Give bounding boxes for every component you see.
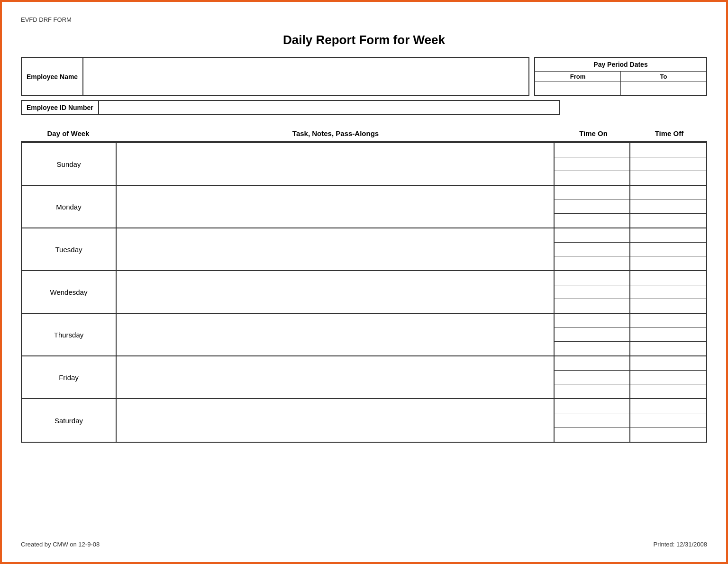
time-on-cell-thursday	[555, 314, 630, 355]
time-on-cell-tuesday	[555, 228, 630, 270]
tasks-cell-friday[interactable]	[117, 356, 555, 398]
employee-id-label: Employee ID Number	[22, 101, 99, 114]
pay-period-title: Pay Period Dates	[535, 58, 706, 72]
day-name-tuesday: Tuesday	[22, 228, 117, 270]
time-on-subrow-tuesday-2[interactable]	[555, 256, 629, 270]
time-off-subrow-tuesday-2[interactable]	[630, 256, 706, 270]
page-title: Daily Report Form for Week	[21, 33, 707, 47]
day-name-sunday: Sunday	[22, 143, 117, 185]
time-on-subrow-friday-2[interactable]	[555, 384, 629, 398]
time-on-subrow-friday-1[interactable]	[555, 371, 629, 385]
time-on-cell-friday	[555, 356, 630, 398]
pay-period-to-label: To	[621, 72, 706, 82]
time-off-subrow-saturday-2[interactable]	[630, 428, 706, 442]
time-on-subrow-sunday-0[interactable]	[555, 143, 629, 157]
day-row-thursday: Thursday	[22, 314, 706, 356]
time-off-subrow-thursday-0[interactable]	[630, 314, 706, 328]
time-on-subrow-monday-0[interactable]	[555, 186, 629, 200]
day-name-wendesday: Wendesday	[22, 271, 117, 313]
footer-created: Created by CMW on 12-9-08	[21, 541, 100, 548]
time-on-cell-saturday	[555, 399, 630, 442]
time-on-subrow-wendesday-1[interactable]	[555, 285, 629, 300]
time-off-cell-saturday	[630, 399, 706, 442]
time-off-subrow-tuesday-0[interactable]	[630, 228, 706, 243]
time-off-subrow-thursday-2[interactable]	[630, 342, 706, 355]
time-off-subrow-monday-1[interactable]	[630, 200, 706, 214]
time-off-subrow-thursday-1[interactable]	[630, 328, 706, 342]
time-off-subrow-friday-1[interactable]	[630, 371, 706, 385]
employee-id-field: Employee ID Number	[21, 100, 560, 115]
day-name-monday: Monday	[22, 186, 117, 227]
time-on-subrow-tuesday-1[interactable]	[555, 243, 629, 257]
tasks-cell-saturday[interactable]	[117, 399, 555, 442]
col-header-tasks: Task, Notes, Pass-Alongs	[116, 129, 555, 137]
header-fields-row: Employee Name Pay Period Dates From To	[21, 57, 707, 96]
employee-name-label: Employee Name	[22, 58, 83, 95]
time-off-subrow-saturday-1[interactable]	[630, 413, 706, 428]
time-off-subrow-tuesday-1[interactable]	[630, 243, 706, 257]
time-on-cell-sunday	[555, 143, 630, 185]
time-off-subrow-saturday-0[interactable]	[630, 399, 706, 413]
tasks-cell-sunday[interactable]	[117, 143, 555, 185]
time-on-subrow-thursday-0[interactable]	[555, 314, 629, 328]
pay-period-from-col: From	[535, 72, 621, 95]
time-off-cell-monday	[630, 186, 706, 227]
day-row-sunday: Sunday	[22, 143, 706, 186]
day-row-wendesday: Wendesday	[22, 271, 706, 314]
day-row-friday: Friday	[22, 356, 706, 399]
time-on-cell-wendesday	[555, 271, 630, 313]
pay-period-from-input[interactable]	[535, 82, 620, 95]
time-off-subrow-sunday-1[interactable]	[630, 157, 706, 172]
day-rows-container: SundayMondayTuesdayWendesdayThursdayFrid…	[21, 142, 707, 443]
employee-name-input[interactable]	[83, 58, 528, 95]
time-on-cell-monday	[555, 186, 630, 227]
tasks-cell-tuesday[interactable]	[117, 228, 555, 270]
time-off-subrow-wendesday-1[interactable]	[630, 285, 706, 300]
day-row-saturday: Saturday	[22, 399, 706, 442]
employee-name-row: Employee Name	[21, 57, 529, 96]
time-on-subrow-friday-0[interactable]	[555, 356, 629, 371]
time-off-cell-thursday	[630, 314, 706, 355]
table-headers: Day of Week Task, Notes, Pass-Alongs Tim…	[21, 129, 707, 142]
time-on-subrow-wendesday-0[interactable]	[555, 271, 629, 285]
col-header-time-off: Time Off	[631, 129, 707, 137]
time-off-subrow-monday-0[interactable]	[630, 186, 706, 200]
time-off-subrow-friday-0[interactable]	[630, 356, 706, 371]
page-wrapper: EVFD DRF FORM Daily Report Form for Week…	[0, 0, 728, 564]
time-off-subrow-sunday-2[interactable]	[630, 171, 706, 185]
time-on-subrow-sunday-2[interactable]	[555, 171, 629, 185]
time-on-subrow-sunday-1[interactable]	[555, 157, 629, 172]
time-on-subrow-thursday-1[interactable]	[555, 328, 629, 342]
employee-id-input[interactable]	[99, 101, 559, 114]
time-off-cell-friday	[630, 356, 706, 398]
time-on-subrow-thursday-2[interactable]	[555, 342, 629, 355]
tasks-cell-monday[interactable]	[117, 186, 555, 227]
time-off-subrow-wendesday-2[interactable]	[630, 299, 706, 313]
time-on-subrow-saturday-2[interactable]	[555, 428, 629, 442]
day-name-friday: Friday	[22, 356, 117, 398]
day-row-monday: Monday	[22, 186, 706, 228]
time-off-cell-tuesday	[630, 228, 706, 270]
day-name-saturday: Saturday	[22, 399, 117, 442]
pay-period-section: Pay Period Dates From To	[534, 57, 707, 96]
time-on-subrow-wendesday-2[interactable]	[555, 299, 629, 313]
time-on-subrow-saturday-1[interactable]	[555, 413, 629, 428]
tasks-cell-thursday[interactable]	[117, 314, 555, 355]
tasks-cell-wendesday[interactable]	[117, 271, 555, 313]
time-off-subrow-friday-2[interactable]	[630, 384, 706, 398]
time-off-subrow-sunday-0[interactable]	[630, 143, 706, 157]
pay-period-from-label: From	[535, 72, 620, 82]
pay-period-to-col: To	[621, 72, 706, 95]
pay-period-placeholder-spacer	[565, 100, 707, 115]
day-name-thursday: Thursday	[22, 314, 117, 355]
time-off-subrow-monday-2[interactable]	[630, 214, 706, 227]
col-header-day: Day of Week	[21, 129, 116, 137]
time-on-subrow-monday-1[interactable]	[555, 200, 629, 214]
time-on-subrow-monday-2[interactable]	[555, 214, 629, 227]
footer-printed: Printed: 12/31/2008	[654, 541, 707, 548]
pay-period-to-input[interactable]	[621, 82, 706, 95]
time-on-subrow-saturday-0[interactable]	[555, 399, 629, 413]
time-off-cell-sunday	[630, 143, 706, 185]
time-off-subrow-wendesday-0[interactable]	[630, 271, 706, 285]
time-on-subrow-tuesday-0[interactable]	[555, 228, 629, 243]
